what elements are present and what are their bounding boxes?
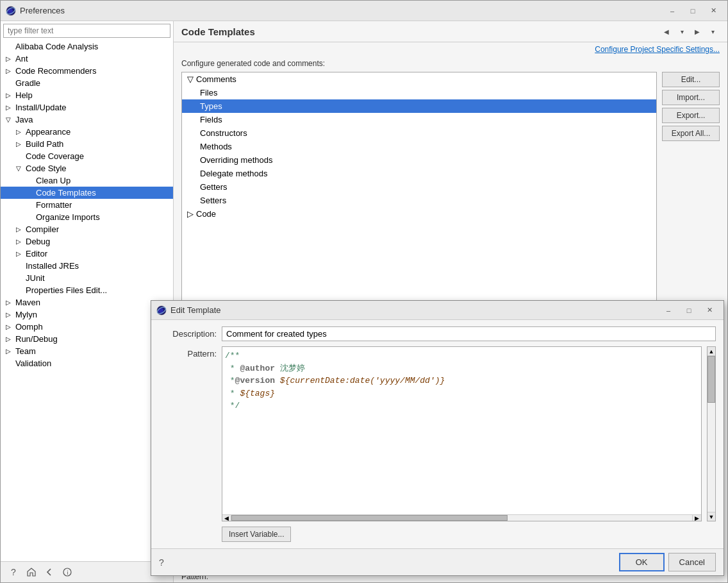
tpl-item-label: Fields	[200, 115, 222, 124]
sidebar-item-mylyn[interactable]: ▷ Mylyn	[1, 308, 173, 321]
sidebar-item-label: Build Path	[26, 139, 63, 149]
tpl-item-fields[interactable]: Fields	[182, 113, 656, 126]
info-icon[interactable]: i	[60, 564, 75, 580]
import-button[interactable]: Import...	[662, 90, 720, 105]
sidebar-item-label: Code Style	[26, 164, 67, 173]
tree-container[interactable]: Alibaba Code Analysis ▷ Ant ▷ Code Recom…	[1, 40, 173, 561]
sidebar-item-run-debug[interactable]: ▷ Run/Debug	[1, 333, 173, 345]
v-scrollbar[interactable]: ▲ ▼	[707, 346, 716, 521]
sidebar-item-label: Install/Update	[15, 103, 67, 112]
sidebar-item-formatter[interactable]: Formatter	[1, 199, 173, 211]
code-editor[interactable]: /** * @author 沈梦婷 *@version ${currentDat…	[222, 347, 701, 514]
dialog-close-button[interactable]: ✕	[700, 304, 718, 317]
tpl-item-types[interactable]: Types	[182, 99, 656, 113]
sidebar-item-code-style[interactable]: ▽ Code Style	[1, 162, 173, 174]
sidebar-item-install-update[interactable]: ▷ Install/Update	[1, 101, 173, 114]
nav-forward-button[interactable]: ▶	[690, 25, 704, 38]
sidebar-item-oomph[interactable]: ▷ Oomph	[1, 321, 173, 333]
back-icon[interactable]	[42, 564, 57, 580]
code-line-4: * ${tags}	[225, 387, 699, 400]
description-row: Description:	[159, 326, 716, 341]
dialog-title-bar: Edit Template – □ ✕	[151, 301, 724, 320]
panel-title: Code Templates	[181, 26, 255, 37]
tpl-item-overriding-methods[interactable]: Overriding methods	[182, 153, 656, 167]
expand-arrow: ▷	[6, 348, 13, 355]
sidebar-item-build-path[interactable]: ▷ Build Path	[1, 138, 173, 150]
cancel-button[interactable]: Cancel	[668, 553, 716, 571]
sidebar-item-label: Maven	[15, 298, 40, 307]
scroll-right-btn[interactable]: ▶	[692, 515, 701, 521]
sidebar-item-organize-imports[interactable]: Organize Imports	[1, 211, 173, 223]
expand-arrow: ▽	[16, 165, 24, 172]
dialog-minimize-button[interactable]: –	[659, 304, 677, 317]
configure-link[interactable]: Configure Project Specific Settings...	[174, 42, 727, 56]
tpl-item-getters[interactable]: Getters	[182, 180, 656, 194]
sidebar-item-label: Mylyn	[15, 310, 37, 319]
sidebar-item-code-templates[interactable]: Code Templates	[1, 187, 173, 199]
dialog-title-text: Edit Template	[170, 305, 221, 315]
sidebar-item-help[interactable]: ▷ Help	[1, 89, 173, 101]
sidebar-item-debug[interactable]: ▷ Debug	[1, 235, 173, 248]
expand-arrow: ▷	[6, 55, 13, 62]
insert-variable-row: Insert Variable...	[222, 527, 716, 542]
scroll-up-btn[interactable]: ▲	[707, 347, 715, 356]
maximize-button[interactable]: □	[684, 4, 702, 17]
tpl-item-label: Files	[200, 88, 217, 97]
sidebar-item-compiler[interactable]: ▷ Compiler	[1, 223, 173, 235]
home-icon[interactable]	[24, 564, 39, 580]
sidebar-item-java[interactable]: ▽ Java	[1, 114, 173, 126]
sidebar-item-ant[interactable]: ▷ Ant	[1, 53, 173, 65]
tpl-group-code[interactable]: ▷ Code	[182, 207, 656, 221]
sidebar-item-gradle[interactable]: Gradle	[1, 77, 173, 89]
sidebar-item-label: Code Templates	[36, 188, 96, 198]
sidebar-item-installed-jres[interactable]: Installed JREs	[1, 260, 173, 272]
export-all-button[interactable]: Export All...	[662, 126, 720, 141]
close-button[interactable]: ✕	[704, 4, 722, 17]
sidebar-item-code-recommenders[interactable]: ▷ Code Recommenders	[1, 65, 173, 77]
tpl-group-comments[interactable]: ▽ Comments	[182, 72, 656, 86]
svg-text:i: i	[67, 570, 69, 576]
ok-button[interactable]: OK	[619, 553, 665, 571]
sidebar-item-clean-up[interactable]: Clean Up	[1, 174, 173, 187]
sidebar-item-junit[interactable]: JUnit	[1, 272, 173, 284]
expand-arrow: ▷	[6, 311, 13, 318]
insert-variable-button[interactable]: Insert Variable...	[222, 527, 291, 542]
nav-dropdown-button[interactable]: ▾	[675, 25, 689, 38]
tpl-item-files[interactable]: Files	[182, 86, 656, 99]
nav-dropdown2-button[interactable]: ▾	[706, 25, 720, 38]
h-scrollbar-thumb[interactable]	[231, 515, 508, 521]
filter-input[interactable]	[3, 24, 170, 38]
tpl-item-delegate-methods[interactable]: Delegate methods	[182, 167, 656, 180]
sidebar-item-validation[interactable]: Validation	[1, 357, 173, 369]
h-scrollbar-track	[231, 515, 692, 521]
nav-buttons: ◀ ▾ ▶ ▾	[659, 25, 720, 38]
nav-back-button[interactable]: ◀	[659, 25, 674, 38]
scroll-left-btn[interactable]: ◀	[222, 515, 231, 521]
edit-button[interactable]: Edit...	[662, 72, 720, 87]
export-button[interactable]: Export...	[662, 108, 720, 123]
help-icon[interactable]: ?	[6, 564, 21, 580]
tpl-item-constructors[interactable]: Constructors	[182, 126, 656, 140]
sidebar-item-code-coverage[interactable]: Code Coverage	[1, 150, 173, 162]
description-input[interactable]	[222, 326, 716, 341]
sidebar-item-editor[interactable]: ▷ Editor	[1, 248, 173, 260]
sidebar-item-alibaba[interactable]: Alibaba Code Analysis	[1, 40, 173, 53]
sidebar-item-team[interactable]: ▷ Team	[1, 345, 173, 357]
expand-arrow: ▷	[16, 140, 24, 148]
sidebar-item-label: Oomph	[15, 322, 43, 332]
tpl-item-setters[interactable]: Setters	[182, 194, 656, 207]
h-scrollbar[interactable]: ◀ ▶	[222, 514, 701, 521]
tpl-item-methods[interactable]: Methods	[182, 140, 656, 153]
scroll-down-btn[interactable]: ▼	[707, 512, 715, 521]
expand-arrow: ▷	[6, 104, 13, 111]
dialog-maximize-button[interactable]: □	[680, 304, 698, 317]
sidebar-item-properties-files-editor[interactable]: Properties Files Edit...	[1, 284, 173, 296]
sidebar-item-label: Compiler	[26, 224, 59, 234]
sidebar-item-appearance[interactable]: ▷ Appearance	[1, 126, 173, 138]
dialog-help-icon[interactable]: ?	[159, 557, 164, 568]
sidebar-item-label: Formatter	[36, 200, 72, 210]
sidebar-item-maven[interactable]: ▷ Maven	[1, 296, 173, 308]
sidebar-item-label: Debug	[26, 237, 50, 246]
minimize-button[interactable]: –	[663, 4, 681, 17]
v-scrollbar-thumb[interactable]	[707, 356, 715, 403]
